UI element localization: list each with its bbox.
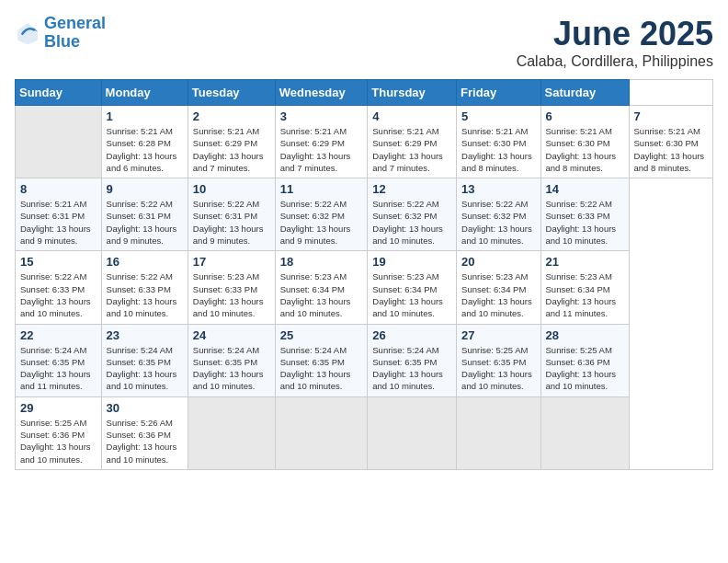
day-number: 27: [461, 328, 535, 342]
calendar-table: SundayMondayTuesdayWednesdayThursdayFrid…: [15, 79, 713, 470]
day-number: 24: [193, 328, 270, 342]
weekday-header: Tuesday: [188, 80, 275, 106]
day-info: Sunrise: 5:21 AMSunset: 6:31 PMDaylight:…: [20, 198, 97, 247]
day-info: Sunrise: 5:23 AMSunset: 6:34 PMDaylight:…: [280, 270, 363, 319]
day-info: Sunrise: 5:23 AMSunset: 6:34 PMDaylight:…: [546, 270, 624, 319]
calendar-week-row: 29 Sunrise: 5:25 AMSunset: 6:36 PMDaylig…: [16, 396, 713, 469]
day-info: Sunrise: 5:24 AMSunset: 6:35 PMDaylight:…: [372, 344, 451, 393]
day-info: Sunrise: 5:23 AMSunset: 6:34 PMDaylight:…: [461, 270, 535, 319]
calendar-week-row: 15 Sunrise: 5:22 AMSunset: 6:33 PMDaylig…: [16, 251, 713, 324]
day-number: 30: [107, 401, 183, 415]
day-info: Sunrise: 5:24 AMSunset: 6:35 PMDaylight:…: [20, 344, 97, 393]
calendar-cell: 19 Sunrise: 5:23 AMSunset: 6:34 PMDaylig…: [368, 251, 457, 324]
logo-icon: [15, 20, 40, 46]
calendar-cell: 1 Sunrise: 5:21 AMSunset: 6:28 PMDayligh…: [101, 106, 188, 178]
day-number: 26: [372, 328, 451, 342]
day-info: Sunrise: 5:25 AMSunset: 6:35 PMDaylight:…: [461, 344, 535, 393]
day-number: 22: [20, 328, 97, 342]
calendar-cell: 18 Sunrise: 5:23 AMSunset: 6:34 PMDaylig…: [275, 251, 368, 324]
calendar-cell: [188, 396, 275, 469]
day-number: 21: [546, 255, 624, 269]
day-info: Sunrise: 5:25 AMSunset: 6:36 PMDaylight:…: [20, 417, 97, 465]
day-number: 23: [107, 328, 183, 342]
weekday-header: Monday: [101, 80, 188, 106]
calendar-cell: [457, 396, 540, 469]
day-info: Sunrise: 5:25 AMSunset: 6:36 PMDaylight:…: [546, 344, 624, 393]
day-info: Sunrise: 5:22 AMSunset: 6:31 PMDaylight:…: [193, 198, 270, 247]
empty-cell: [16, 106, 102, 178]
calendar-cell: 3 Sunrise: 5:21 AMSunset: 6:29 PMDayligh…: [275, 106, 368, 178]
calendar-cell: [275, 396, 368, 469]
calendar-cell: 2 Sunrise: 5:21 AMSunset: 6:29 PMDayligh…: [188, 106, 275, 178]
day-number: 13: [461, 182, 535, 196]
location-title: Calaba, Cordillera, Philippines: [517, 53, 713, 70]
calendar-cell: 26 Sunrise: 5:24 AMSunset: 6:35 PMDaylig…: [368, 324, 457, 396]
calendar-cell: 15 Sunrise: 5:22 AMSunset: 6:33 PMDaylig…: [16, 251, 102, 324]
logo-line1: General: [44, 14, 106, 32]
day-info: Sunrise: 5:22 AMSunset: 6:33 PMDaylight:…: [546, 198, 624, 247]
page-header: General Blue June 2025 Calaba, Cordiller…: [15, 15, 713, 70]
day-number: 19: [372, 255, 451, 269]
calendar-cell: 12 Sunrise: 5:22 AMSunset: 6:32 PMDaylig…: [368, 178, 457, 251]
calendar-cell: 27 Sunrise: 5:25 AMSunset: 6:35 PMDaylig…: [457, 324, 540, 396]
calendar-cell: 17 Sunrise: 5:23 AMSunset: 6:33 PMDaylig…: [188, 251, 275, 324]
day-number: 20: [461, 255, 535, 269]
day-info: Sunrise: 5:21 AMSunset: 6:30 PMDaylight:…: [461, 125, 535, 174]
calendar-cell: 16 Sunrise: 5:22 AMSunset: 6:33 PMDaylig…: [101, 251, 188, 324]
calendar-cell: 24 Sunrise: 5:24 AMSunset: 6:35 PMDaylig…: [188, 324, 275, 396]
day-info: Sunrise: 5:23 AMSunset: 6:33 PMDaylight:…: [193, 270, 270, 319]
day-number: 11: [280, 182, 363, 196]
calendar-cell: [540, 396, 629, 469]
calendar-cell: 30 Sunrise: 5:26 AMSunset: 6:36 PMDaylig…: [101, 396, 188, 469]
day-number: 2: [193, 109, 270, 123]
weekday-header: Saturday: [540, 80, 629, 106]
day-info: Sunrise: 5:26 AMSunset: 6:36 PMDaylight:…: [107, 417, 183, 465]
day-number: 4: [372, 109, 451, 123]
calendar-cell: 13 Sunrise: 5:22 AMSunset: 6:32 PMDaylig…: [457, 178, 540, 251]
calendar-week-row: 22 Sunrise: 5:24 AMSunset: 6:35 PMDaylig…: [16, 324, 713, 396]
weekday-header: Friday: [457, 80, 540, 106]
svg-marker-0: [17, 23, 38, 44]
calendar-cell: 14 Sunrise: 5:22 AMSunset: 6:33 PMDaylig…: [540, 178, 629, 251]
logo-line2: Blue: [44, 32, 80, 51]
day-number: 18: [280, 255, 363, 269]
day-number: 15: [20, 255, 97, 269]
day-info: Sunrise: 5:23 AMSunset: 6:34 PMDaylight:…: [372, 270, 451, 319]
day-info: Sunrise: 5:22 AMSunset: 6:33 PMDaylight:…: [20, 270, 97, 319]
day-number: 7: [634, 109, 708, 123]
day-number: 9: [107, 182, 183, 196]
day-number: 17: [193, 255, 270, 269]
title-block: June 2025 Calaba, Cordillera, Philippine…: [517, 15, 713, 70]
calendar-cell: 22 Sunrise: 5:24 AMSunset: 6:35 PMDaylig…: [16, 324, 102, 396]
day-number: 12: [372, 182, 451, 196]
logo-text: General Blue: [44, 15, 106, 52]
calendar-cell: 8 Sunrise: 5:21 AMSunset: 6:31 PMDayligh…: [16, 178, 102, 251]
day-number: 5: [461, 109, 535, 123]
day-number: 6: [546, 109, 624, 123]
calendar-cell: [368, 396, 457, 469]
calendar-cell: 28 Sunrise: 5:25 AMSunset: 6:36 PMDaylig…: [540, 324, 629, 396]
calendar-cell: 23 Sunrise: 5:24 AMSunset: 6:35 PMDaylig…: [101, 324, 188, 396]
day-info: Sunrise: 5:21 AMSunset: 6:29 PMDaylight:…: [280, 125, 363, 174]
day-number: 1: [107, 109, 183, 123]
day-info: Sunrise: 5:24 AMSunset: 6:35 PMDaylight:…: [107, 344, 183, 393]
calendar-cell: 6 Sunrise: 5:21 AMSunset: 6:30 PMDayligh…: [540, 106, 629, 178]
day-info: Sunrise: 5:24 AMSunset: 6:35 PMDaylight:…: [280, 344, 363, 393]
calendar-cell: 10 Sunrise: 5:22 AMSunset: 6:31 PMDaylig…: [188, 178, 275, 251]
day-info: Sunrise: 5:22 AMSunset: 6:31 PMDaylight:…: [107, 198, 183, 247]
day-info: Sunrise: 5:22 AMSunset: 6:33 PMDaylight:…: [107, 270, 183, 319]
day-info: Sunrise: 5:21 AMSunset: 6:29 PMDaylight:…: [372, 125, 451, 174]
calendar-cell: 11 Sunrise: 5:22 AMSunset: 6:32 PMDaylig…: [275, 178, 368, 251]
calendar-cell: 4 Sunrise: 5:21 AMSunset: 6:29 PMDayligh…: [368, 106, 457, 178]
day-info: Sunrise: 5:21 AMSunset: 6:30 PMDaylight:…: [634, 125, 708, 174]
calendar-week-row: 8 Sunrise: 5:21 AMSunset: 6:31 PMDayligh…: [16, 178, 713, 251]
day-number: 16: [107, 255, 183, 269]
weekday-header: Sunday: [16, 80, 102, 106]
calendar-cell: 7 Sunrise: 5:21 AMSunset: 6:30 PMDayligh…: [629, 106, 712, 178]
day-number: 29: [20, 401, 97, 415]
calendar-week-row: 1 Sunrise: 5:21 AMSunset: 6:28 PMDayligh…: [16, 106, 713, 178]
day-info: Sunrise: 5:22 AMSunset: 6:32 PMDaylight:…: [280, 198, 363, 247]
day-number: 25: [280, 328, 363, 342]
logo: General Blue: [15, 15, 106, 52]
calendar-cell: 25 Sunrise: 5:24 AMSunset: 6:35 PMDaylig…: [275, 324, 368, 396]
